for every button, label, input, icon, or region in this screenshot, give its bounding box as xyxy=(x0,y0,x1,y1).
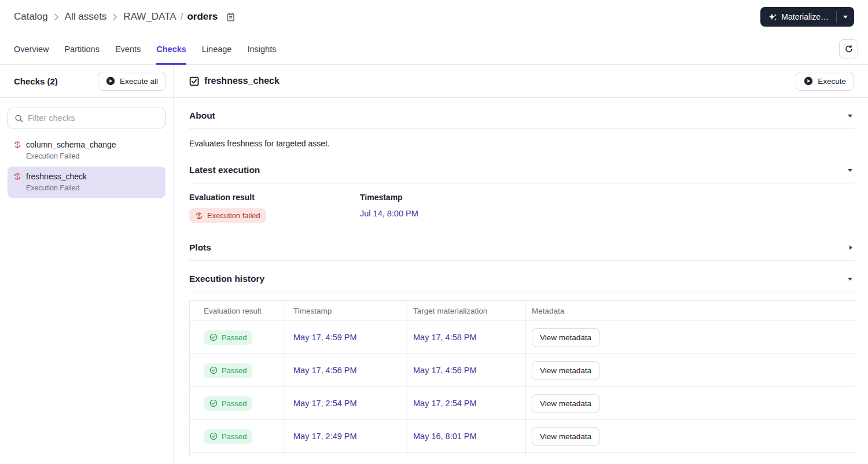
execute-all-label: Execute all xyxy=(120,77,158,86)
copy-asset-key-button[interactable] xyxy=(226,12,236,22)
breadcrumb-all-assets[interactable]: All assets xyxy=(65,11,107,23)
checks-count-title: Checks (2) xyxy=(14,76,58,86)
check-list: column_schema_change Execution Failed fr… xyxy=(0,135,173,198)
breadcrumb: Catalog All assets RAW_DATA / orders xyxy=(14,11,236,23)
about-description: Evaluates freshness for targeted asset. xyxy=(189,129,855,152)
passed-badge-label: Passed xyxy=(222,432,247,441)
check-item-column-schema-change[interactable]: column_schema_change Execution Failed xyxy=(8,135,165,166)
plots-section-header[interactable]: Plots xyxy=(189,230,855,261)
column-header-evaluation-result: Evaluation result xyxy=(190,301,284,321)
view-metadata-button[interactable]: View metadata xyxy=(532,394,599,413)
passed-badge-label: Passed xyxy=(222,333,247,342)
table-row: Passed May 17, 2:54 PM May 17, 2:54 PM V… xyxy=(190,387,855,420)
check-title-text: freshness_check xyxy=(204,76,279,86)
passed-badge-label: Passed xyxy=(222,366,247,375)
execute-button[interactable]: Execute xyxy=(796,72,854,91)
timestamp-link[interactable]: May 17, 2:54 PM xyxy=(293,399,357,408)
breadcrumb-asset-name: orders xyxy=(187,11,218,23)
passed-badge: Passed xyxy=(204,330,252,345)
check-title: freshness_check xyxy=(189,76,279,86)
view-metadata-button[interactable]: View metadata xyxy=(532,361,599,380)
view-metadata-button[interactable]: View metadata xyxy=(532,427,599,446)
tab-lineage[interactable]: Lineage xyxy=(202,34,232,64)
column-header-target-materialization: Target materialization xyxy=(407,301,526,321)
execute-label: Execute xyxy=(818,77,846,86)
execution-history-collapse-button[interactable] xyxy=(847,277,854,282)
caret-down-icon xyxy=(848,278,852,281)
target-materialization-link[interactable]: May 17, 4:58 PM xyxy=(413,333,477,342)
table-header-row: Evaluation result Timestamp Target mater… xyxy=(190,301,855,321)
check-name: freshness_check xyxy=(26,172,87,181)
execution-history-section-header[interactable]: Execution history xyxy=(189,261,855,292)
tab-checks[interactable]: Checks xyxy=(156,34,186,64)
check-detail-header: freshness_check Execute xyxy=(174,65,868,98)
target-materialization-link[interactable]: May 17, 2:54 PM xyxy=(413,399,477,408)
timestamp-label: Timestamp xyxy=(360,193,855,202)
materialize-split-button: Materialize… xyxy=(760,7,854,27)
about-section-header[interactable]: About xyxy=(189,98,855,129)
evaluation-result-field: Evaluation result Execution failed xyxy=(189,193,360,223)
clipboard-icon xyxy=(226,12,236,22)
breadcrumb-asset-group[interactable]: RAW_DATA xyxy=(123,11,176,23)
latest-execution-body: Evaluation result Execution failed Times… xyxy=(189,183,855,230)
check-detail-panel: freshness_check Execute About Evaluates … xyxy=(174,65,868,464)
tab-bar: Overview Partitions Events Checks Lineag… xyxy=(0,34,868,65)
breadcrumb-catalog[interactable]: Catalog xyxy=(14,11,48,23)
target-materialization-link[interactable]: May 17, 4:56 PM xyxy=(413,366,477,375)
check-status: Execution Failed xyxy=(26,152,160,160)
check-item-freshness-check[interactable]: freshness_check Execution Failed xyxy=(8,167,165,198)
execute-all-button[interactable]: Execute all xyxy=(98,72,166,91)
asset-key: RAW_DATA / orders xyxy=(123,11,218,23)
tab-partitions[interactable]: Partitions xyxy=(64,34,99,64)
execution-failed-icon xyxy=(13,141,21,149)
materialize-button[interactable]: Materialize… xyxy=(760,7,836,27)
about-title: About xyxy=(189,111,215,121)
refresh-icon xyxy=(844,45,853,53)
check-circle-icon xyxy=(209,366,218,374)
timestamp-link[interactable]: May 17, 4:56 PM xyxy=(293,366,357,375)
search-icon xyxy=(14,114,23,123)
column-header-metadata: Metadata xyxy=(526,301,855,321)
execution-failed-badge: Execution failed xyxy=(189,208,266,223)
view-metadata-button[interactable]: View metadata xyxy=(532,328,599,347)
latest-timestamp-link[interactable]: Jul 14, 8:00 PM xyxy=(360,209,418,218)
target-materialization-link[interactable]: May 16, 8:01 PM xyxy=(413,432,477,441)
timestamp-field: Timestamp Jul 14, 8:00 PM xyxy=(360,193,855,223)
table-row: Passed May 17, 4:59 PM May 17, 4:58 PM V… xyxy=(190,321,855,354)
passed-badge-label: Passed xyxy=(222,399,247,408)
execution-history-title: Execution history xyxy=(189,274,264,284)
chevron-right-icon xyxy=(113,13,117,21)
caret-down-icon xyxy=(848,169,852,172)
tab-events[interactable]: Events xyxy=(115,34,141,64)
latest-execution-collapse-button[interactable] xyxy=(847,168,854,173)
check-status: Execution Failed xyxy=(26,184,160,192)
timestamp-link[interactable]: May 17, 4:59 PM xyxy=(293,333,357,342)
caret-down-icon xyxy=(843,16,848,19)
about-collapse-button[interactable] xyxy=(847,113,854,119)
materialize-label: Materialize… xyxy=(781,12,829,21)
execution-failed-icon xyxy=(195,212,203,220)
timestamp-link[interactable]: May 17, 2:49 PM xyxy=(293,432,357,441)
plots-expand-button[interactable] xyxy=(848,244,854,251)
passed-badge: Passed xyxy=(204,363,252,378)
filter-checks-input[interactable] xyxy=(28,113,159,123)
check-circle-icon xyxy=(209,432,218,440)
plots-title: Plots xyxy=(189,242,211,253)
sparkle-icon xyxy=(768,13,777,21)
check-detail-sections: About Evaluates freshness for targeted a… xyxy=(174,98,868,464)
evaluation-result-label: Evaluation result xyxy=(189,193,360,202)
play-circle-icon xyxy=(106,76,115,86)
latest-execution-section-header[interactable]: Latest execution xyxy=(189,152,855,183)
check-name: column_schema_change xyxy=(26,140,116,149)
table-row-partial xyxy=(190,453,855,456)
tab-insights[interactable]: Insights xyxy=(247,34,276,64)
caret-down-icon xyxy=(848,115,852,117)
refresh-button[interactable] xyxy=(839,39,858,58)
tab-overview[interactable]: Overview xyxy=(14,34,49,64)
materialize-dropdown-button[interactable] xyxy=(837,7,854,27)
tabs: Overview Partitions Events Checks Lineag… xyxy=(14,34,276,64)
page-body: Checks (2) Execute all column_schema_cha… xyxy=(0,65,868,464)
filter-checks-box xyxy=(8,108,165,128)
check-square-icon xyxy=(189,76,199,86)
passed-badge: Passed xyxy=(204,396,252,411)
